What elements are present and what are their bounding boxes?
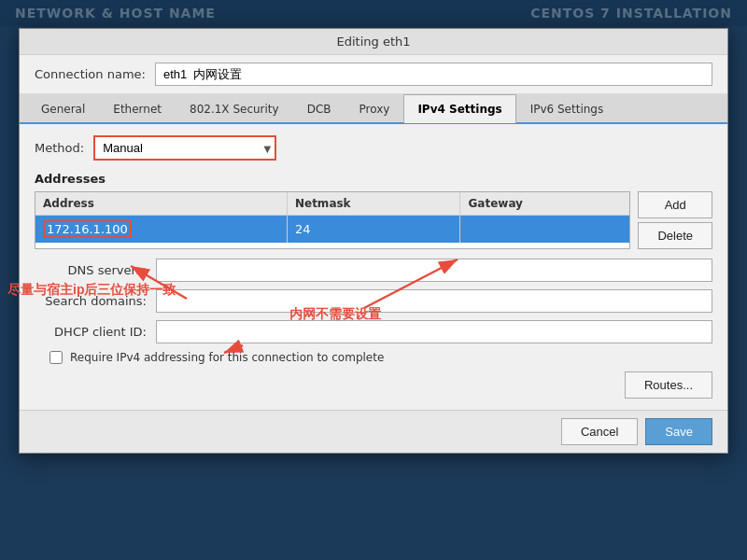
conn-name-row: Connection name: <box>20 55 727 94</box>
dialog-content: Method: Manual Automatic (DHCP) Link-Loc… <box>20 124 727 410</box>
addr-buttons: Add Delete <box>638 191 712 249</box>
col-gateway: Gateway <box>460 192 629 216</box>
require-ipv4-row: Require IPv4 addressing for this connect… <box>35 351 712 364</box>
dns-input[interactable] <box>156 259 712 282</box>
dns-label: DNS servers: <box>35 263 156 277</box>
dhcp-label: DHCP client ID: <box>35 325 156 339</box>
addresses-table-wrapper: Address Netmask Gateway 172.16.1.100 24 <box>35 191 630 249</box>
editing-dialog: Editing eth1 Connection name: General Et… <box>19 28 728 454</box>
method-label: Method: <box>35 141 84 155</box>
routes-button[interactable]: Routes... <box>625 371 712 399</box>
dialog-title: Editing eth1 <box>336 35 410 49</box>
dns-row: DNS servers: <box>35 259 712 282</box>
method-select[interactable]: Manual Automatic (DHCP) Link-Local Only … <box>93 135 276 161</box>
addresses-container: Address Netmask Gateway 172.16.1.100 24 <box>35 191 712 249</box>
tab-ipv6[interactable]: IPv6 Settings <box>516 94 618 123</box>
conn-name-label: Connection name: <box>35 67 146 81</box>
search-input[interactable] <box>156 289 712 313</box>
tab-dcb[interactable]: DCB <box>293 94 345 123</box>
cell-address: 172.16.1.100 <box>35 216 287 244</box>
dhcp-input[interactable] <box>156 320 712 343</box>
routes-row: Routes... <box>35 371 712 399</box>
dhcp-row: DHCP client ID: <box>35 320 712 343</box>
tab-ipv4[interactable]: IPv4 Settings <box>403 94 515 123</box>
addresses-title: Addresses <box>35 172 712 186</box>
save-button[interactable]: Save <box>645 418 712 445</box>
conn-name-input[interactable] <box>155 63 712 86</box>
cell-gateway <box>460 216 629 244</box>
method-select-wrapper: Manual Automatic (DHCP) Link-Local Only … <box>93 135 276 161</box>
add-button[interactable]: Add <box>638 191 712 218</box>
cell-netmask: 24 <box>287 216 460 244</box>
cancel-button[interactable]: Cancel <box>561 418 638 445</box>
dialog-backdrop: Editing eth1 Connection name: General Et… <box>0 0 747 560</box>
delete-button[interactable]: Delete <box>638 222 712 249</box>
require-ipv4-checkbox[interactable] <box>49 351 63 364</box>
tab-bar: General Ethernet 802.1X Security DCB Pro… <box>20 94 727 124</box>
tab-8021x[interactable]: 802.1X Security <box>176 94 293 123</box>
dialog-footer: Cancel Save <box>20 410 727 453</box>
col-netmask: Netmask <box>287 192 460 216</box>
require-ipv4-label: Require IPv4 addressing for this connect… <box>70 351 384 364</box>
table-row[interactable]: 172.16.1.100 24 <box>35 216 629 244</box>
tab-ethernet[interactable]: Ethernet <box>99 94 176 123</box>
tab-proxy[interactable]: Proxy <box>345 94 404 123</box>
col-address: Address <box>35 192 287 216</box>
method-row: Method: Manual Automatic (DHCP) Link-Loc… <box>35 135 712 161</box>
dialog-titlebar: Editing eth1 <box>20 29 727 55</box>
addresses-table: Address Netmask Gateway 172.16.1.100 24 <box>35 192 629 243</box>
tab-general[interactable]: General <box>27 94 99 123</box>
search-row: Search domains: <box>35 289 712 313</box>
search-label: Search domains: <box>35 294 156 308</box>
address-highlight-box: 172.16.1.100 <box>43 220 132 238</box>
